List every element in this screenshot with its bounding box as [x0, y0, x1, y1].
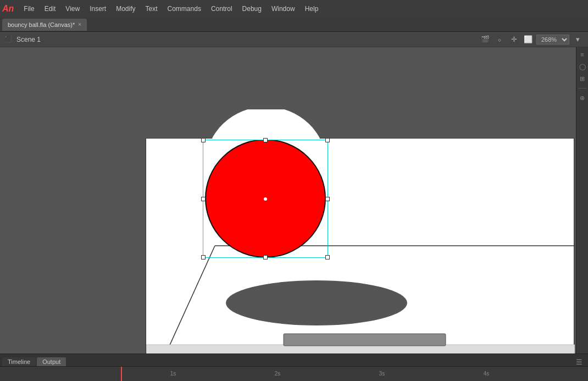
menu-file[interactable]: File — [19, 3, 38, 15]
snap-tool-button[interactable]: ⬦ — [493, 34, 506, 46]
timeline-tabs: Timeline Output ☰ — [0, 354, 588, 366]
scene-icon: ⬛ — [4, 36, 12, 43]
menubar: An File Edit View Insert Modify Text Com… — [0, 0, 588, 18]
rp-icon-4[interactable]: ⊕ — [578, 93, 587, 103]
ruler-marks: 1s 2s 3s 4s — [121, 367, 588, 381]
rp-icon-1[interactable]: ≡ — [578, 49, 587, 59]
ball-container — [203, 140, 328, 258]
scene-label: Scene 1 — [16, 36, 41, 43]
tab-close-button[interactable]: × — [78, 21, 81, 27]
menu-help[interactable]: Help — [301, 3, 323, 15]
svg-rect-4 — [284, 334, 446, 346]
main-area: ≡ ◯ ⊞ ⊕ — [0, 47, 588, 354]
timeline-playhead[interactable] — [121, 367, 122, 381]
ruler-1s: 1s — [121, 371, 225, 377]
svg-point-5 — [226, 280, 407, 325]
canvas-area[interactable]: ≡ ◯ ⊞ ⊕ — [0, 47, 588, 354]
camera-tool-button[interactable]: 🎬 — [479, 34, 491, 46]
menu-text[interactable]: Text — [141, 3, 162, 15]
scenebar: ⬛ Scene 1 🎬 ⬦ ✛ ⬜ 268% 100% 50% 200% ▾ — [0, 32, 588, 47]
menu-insert[interactable]: Insert — [85, 3, 110, 15]
menu-edit[interactable]: Edit — [40, 3, 60, 15]
tab-timeline[interactable]: Timeline — [2, 357, 36, 366]
timeline-area: Timeline Output ☰ 1s 2s 3s 4s — [0, 354, 588, 381]
rp-icon-2[interactable]: ◯ — [578, 62, 587, 71]
shadow-svg — [226, 280, 407, 325]
rp-divider — [578, 88, 587, 89]
scenebar-tools: 🎬 ⬦ ✛ ⬜ 268% 100% 50% 200% ▾ — [479, 34, 584, 46]
menu-window[interactable]: Window — [267, 3, 299, 15]
timeline-ruler: 1s 2s 3s 4s — [0, 366, 588, 381]
crop-tool-button[interactable]: ⬜ — [522, 34, 534, 46]
stage — [146, 138, 574, 354]
right-panel: ≡ ◯ ⊞ ⊕ — [576, 47, 588, 354]
zoom-select[interactable]: 268% 100% 50% 200% — [536, 35, 569, 45]
red-ball — [205, 140, 326, 258]
svg-line-0 — [146, 246, 215, 354]
menu-control[interactable]: Control — [207, 3, 237, 15]
tabbar: bouncy ball.fla (Canvas)* × — [0, 18, 588, 32]
menu-modify[interactable]: Modify — [112, 3, 140, 15]
document-tab[interactable]: bouncy ball.fla (Canvas)* × — [2, 19, 87, 31]
timeline-settings-button[interactable]: ☰ — [576, 358, 586, 366]
menu-debug[interactable]: Debug — [238, 3, 266, 15]
ruler-3s: 3s — [330, 371, 434, 377]
tab-output[interactable]: Output — [37, 357, 66, 366]
menu-commands[interactable]: Commands — [163, 3, 206, 15]
app-logo: An — [2, 4, 14, 14]
zoom-dropdown-button[interactable]: ▾ — [572, 34, 584, 46]
rp-icon-3[interactable]: ⊞ — [578, 74, 587, 84]
menu-view[interactable]: View — [61, 3, 84, 15]
ruler-2s: 2s — [225, 371, 330, 377]
tab-label: bouncy ball.fla (Canvas)* — [8, 21, 75, 28]
transform-tool-button[interactable]: ✛ — [508, 34, 520, 46]
svg-point-7 — [206, 140, 325, 257]
red-ball-svg — [205, 140, 326, 258]
ruler-4s: 4s — [434, 371, 539, 377]
